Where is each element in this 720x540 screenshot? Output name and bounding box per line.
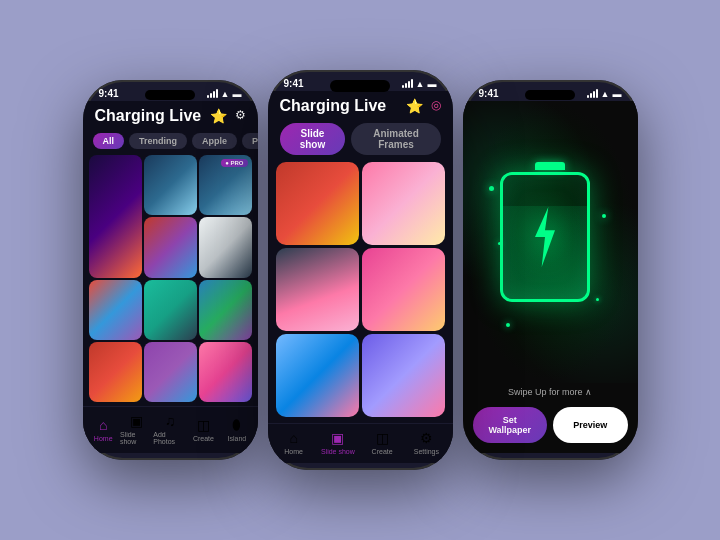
slide-tab-slideshow[interactable]: Slide show (280, 123, 346, 155)
signal-bar-2 (210, 93, 212, 98)
signal-bar-c2 (405, 83, 407, 88)
center-nav-create[interactable]: ◫ Create (360, 430, 404, 455)
grid-item-jellyfish[interactable] (89, 155, 142, 278)
center-nav-settings[interactable]: ⚙ Settings (404, 430, 448, 455)
preview-button[interactable]: Preview (553, 407, 628, 443)
center-nav-label-slideshow: Slide show (321, 448, 355, 455)
left-screen: Charging Live ⭐ ⚙ All Trending Apple Pop… (83, 101, 258, 453)
battery-icon-center: ▬ (428, 79, 437, 89)
signal-bar-3 (213, 91, 215, 98)
right-screen: Swipe Up for more ∧ Set Wallpaper Previe… (463, 101, 638, 453)
wifi-icon-right: ▲ (601, 89, 610, 99)
grid-item-landscape[interactable] (144, 155, 197, 215)
set-wallpaper-button[interactable]: Set Wallpaper (473, 407, 548, 443)
left-bottom-nav: ⌂ Home ▣ Slide show ♫ Add Photos ◫ Creat… (83, 406, 258, 453)
grid-item-pro[interactable]: ● PRO (199, 155, 252, 215)
signal-bar-1 (207, 95, 209, 98)
dynamic-island-right (525, 90, 575, 100)
status-icons-left: ▲ ▬ (207, 89, 242, 99)
slide-tabs-center: Slide show Animated Frames (268, 119, 453, 159)
nav-label-add-photos: Add Photos (153, 431, 186, 445)
home-icon: ⌂ (99, 417, 107, 433)
center-grid-item-3[interactable] (276, 248, 359, 331)
center-grid-item-6[interactable] (362, 334, 445, 417)
phones-container: 9:41 ▲ ▬ Charging Live ⭐ ⚙ (63, 50, 658, 490)
create-icon: ◫ (197, 417, 210, 433)
header-icons-center: ⭐ ◎ (406, 98, 441, 114)
center-grid-item-1[interactable] (276, 162, 359, 245)
nav-item-slideshow[interactable]: ▣ Slide show (120, 413, 153, 445)
nav-item-home[interactable]: ⌂ Home (87, 417, 120, 442)
status-icons-center: ▲ ▬ (402, 79, 437, 89)
particle-1 (489, 186, 494, 191)
add-photos-icon: ♫ (165, 413, 176, 429)
particle-2 (498, 242, 501, 245)
grid-item-fractal[interactable] (199, 217, 252, 277)
center-nav-home[interactable]: ⌂ Home (272, 430, 316, 455)
center-grid (268, 159, 453, 423)
filter-tab-popular[interactable]: Popular (242, 133, 257, 149)
grid-item-mountain-lake[interactable] (199, 280, 252, 340)
center-grid-item-5[interactable] (276, 334, 359, 417)
grid-item-fingers[interactable] (144, 342, 197, 402)
grid-item-teal[interactable] (144, 280, 197, 340)
wifi-icon-center: ▲ (416, 79, 425, 89)
signal-bar-c4 (411, 79, 413, 88)
nav-item-island[interactable]: ⬮ Island (220, 416, 253, 442)
star-icon-center[interactable]: ⭐ (406, 98, 423, 114)
slide-tab-animated[interactable]: Animated Frames (351, 123, 440, 155)
wifi-icon-left: ▲ (221, 89, 230, 99)
center-slideshow-icon: ▣ (331, 430, 344, 446)
right-bottom-buttons: Set Wallpaper Preview (463, 401, 638, 453)
grid-item-abstract[interactable] (89, 280, 142, 340)
center-grid-item-4[interactable] (362, 248, 445, 331)
left-app-title: Charging Live (95, 107, 202, 125)
center-bottom-nav: ⌂ Home ▣ Slide show ◫ Create ⚙ Settings (268, 423, 453, 463)
left-grid: ● PRO (83, 153, 258, 406)
battery-cap (535, 162, 565, 170)
instagram-icon-center[interactable]: ◎ (431, 98, 441, 114)
grid-item-pink-blur[interactable] (199, 342, 252, 402)
slideshow-icon: ▣ (130, 413, 143, 429)
status-icons-right: ▲ ▬ (587, 89, 622, 99)
center-app-header: Charging Live ⭐ ◎ (268, 91, 453, 119)
center-grid-item-2[interactable] (362, 162, 445, 245)
particle-5 (506, 323, 510, 327)
header-icons-left: ⭐ ⚙ (210, 108, 246, 124)
nav-item-add-photos[interactable]: ♫ Add Photos (153, 413, 186, 445)
gear-icon-left[interactable]: ⚙ (235, 108, 246, 124)
signal-bar-r2 (590, 93, 592, 98)
center-create-icon: ◫ (376, 430, 389, 446)
nav-item-create[interactable]: ◫ Create (187, 417, 220, 442)
battery-showcase (463, 101, 638, 383)
dynamic-island-left (145, 90, 195, 100)
center-app-title: Charging Live (280, 97, 387, 115)
filter-tabs-left: All Trending Apple Popular (83, 129, 258, 153)
center-home-icon: ⌂ (289, 430, 297, 446)
center-screen: Charging Live ⭐ ◎ Slide show Animated Fr… (268, 91, 453, 463)
center-nav-label-settings: Settings (414, 448, 439, 455)
signal-bars-left (207, 89, 218, 98)
grid-item-red-outfit[interactable] (89, 342, 142, 402)
center-nav-slideshow[interactable]: ▣ Slide show (316, 430, 360, 455)
left-app-header: Charging Live ⭐ ⚙ (83, 101, 258, 129)
nav-label-slideshow: Slide show (120, 431, 153, 445)
center-nav-label-create: Create (372, 448, 393, 455)
nav-label-home: Home (94, 435, 113, 442)
phone-left: 9:41 ▲ ▬ Charging Live ⭐ ⚙ (83, 80, 258, 460)
island-icon: ⬮ (232, 416, 241, 433)
filter-tab-apple[interactable]: Apple (192, 133, 237, 149)
signal-bars-right (587, 89, 598, 98)
filter-tab-all[interactable]: All (93, 133, 125, 149)
time-right: 9:41 (479, 88, 499, 99)
nav-label-island: Island (227, 435, 246, 442)
grid-item-pink-mountains[interactable] (144, 217, 197, 277)
signal-bars-center (402, 79, 413, 88)
lightning-bolt-svg (525, 207, 565, 267)
phone-right: 9:41 ▲ ▬ (463, 80, 638, 460)
time-center: 9:41 (284, 78, 304, 89)
signal-bar-r4 (596, 89, 598, 98)
phone-center: 9:41 ▲ ▬ Charging Live ⭐ ◎ (268, 70, 453, 470)
filter-tab-trending[interactable]: Trending (129, 133, 187, 149)
star-icon-left[interactable]: ⭐ (210, 108, 227, 124)
